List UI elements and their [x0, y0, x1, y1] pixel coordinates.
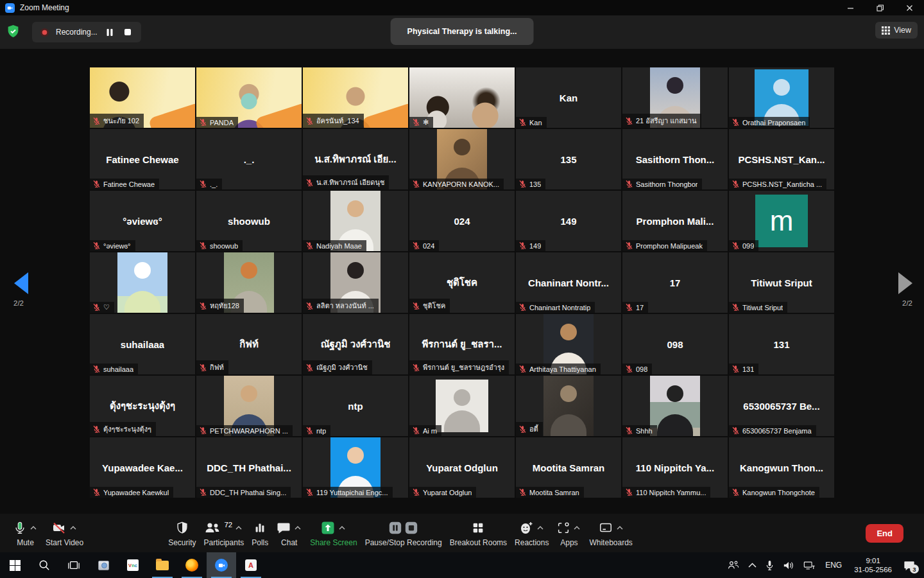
tray-volume-icon[interactable] — [778, 552, 799, 578]
language-indicator[interactable]: ENG — [819, 561, 848, 570]
reactions-chevron[interactable] — [536, 525, 545, 531]
taskbar-installer-app[interactable] — [89, 552, 118, 578]
participant-tile[interactable]: shoowub shoowub — [196, 191, 302, 251]
participant-tile[interactable]: °ǝviewɞ° °ǝviewɞ° — [90, 191, 195, 251]
pause-stop-recording-button[interactable]: Pause/Stop Recording — [361, 520, 446, 547]
stop-recording-button[interactable] — [122, 26, 133, 38]
participant-tile[interactable]: Kanogwun Thon... Kanogwun Thongchote — [729, 437, 834, 498]
participant-tile[interactable]: หฤทัย128 — [196, 252, 302, 313]
taskbar-file-explorer[interactable] — [148, 552, 177, 578]
share-screen-chevron[interactable] — [338, 525, 346, 531]
taskbar-clock[interactable]: 9:01 31-05-2566 — [848, 556, 898, 574]
participant-tile[interactable]: 135 135 — [516, 129, 621, 189]
meeting-info-shield-icon[interactable] — [6, 24, 20, 42]
participant-tile[interactable]: ลลิตา หลวงนันท์ ... — [303, 252, 408, 313]
participant-tile[interactable]: suhailaaa suhailaaa — [90, 314, 195, 374]
chat-chevron[interactable] — [293, 525, 302, 531]
taskbar-vnc-app[interactable]: Vnc — [118, 552, 148, 578]
participant-tile[interactable]: Titiwut Sriput Titiwut Sriput — [729, 252, 834, 313]
muted-mic-icon — [305, 179, 314, 187]
breakout-rooms-button[interactable]: Breakout Rooms — [446, 520, 511, 547]
participant-tile[interactable]: 110 Nippitch Ya... 110 Nippitch Yammu... — [622, 437, 728, 498]
participant-tile[interactable]: ✻ — [409, 67, 515, 128]
mute-options-chevron[interactable] — [29, 525, 38, 531]
tray-expand-chevron[interactable] — [744, 552, 761, 578]
participant-tile[interactable]: ชุติโชค ชุติโชค — [409, 252, 515, 313]
participant-tile[interactable]: 131 131 — [729, 314, 834, 374]
participant-tile[interactable]: Promphon Mali... Promphon Malipueak — [622, 191, 728, 251]
action-center-button[interactable]: 3 — [898, 552, 924, 578]
participant-tile[interactable]: Chaninart Nontr... Chaninart Nontratip — [516, 252, 621, 313]
participants-chevron[interactable] — [234, 525, 243, 531]
view-button[interactable]: View — [875, 22, 918, 39]
participant-tile[interactable]: ชนะภัย 102 — [90, 67, 195, 128]
participant-tile[interactable]: Arthitaya Thattiyanan — [516, 314, 621, 374]
whiteboards-button[interactable]: Whiteboards — [585, 520, 636, 547]
participant-tile[interactable]: DDC_TH Phathai... DDC_TH Phathai Sing... — [196, 437, 302, 498]
taskbar-firefox[interactable] — [177, 552, 207, 578]
reactions-button[interactable]: Reactions — [511, 520, 552, 547]
participant-tile[interactable]: Yupawadee Kae... Yupawadee Kaewkul — [90, 437, 195, 498]
participant-tile[interactable]: ♡ — [90, 252, 195, 313]
participant-tile[interactable]: PCSHS.NST_Kan... PCSHS.NST_Kanticha ... — [729, 129, 834, 189]
participant-tile[interactable]: อัครนันท์_134 — [303, 67, 408, 128]
muted-mic-icon — [518, 180, 527, 188]
participant-tile[interactable]: 6530065737 Be... 6530065737 Benjama — [729, 376, 834, 436]
participant-tile[interactable]: Kan Kan — [516, 67, 621, 128]
participant-tile[interactable]: Fatinee Chewae Fatinee Chewae — [90, 129, 195, 189]
participant-tile[interactable]: Yuparat Odglun Yuparat Odglun — [409, 437, 515, 498]
participant-tile[interactable]: น.ส.ทิพาภรณ์ เอีย... น.ส.ทิพาภรณ์ เอียดน… — [303, 129, 408, 189]
share-screen-button[interactable]: Share Screen — [306, 520, 361, 547]
participant-tile[interactable]: ตุ้งๆชะระนุงตุ้งๆ ตุ้งๆชะระนุงตุ้งๆ — [90, 376, 195, 436]
close-button[interactable] — [894, 0, 924, 15]
pause-recording-button[interactable] — [104, 26, 116, 38]
video-options-chevron[interactable] — [69, 525, 78, 531]
participants-button[interactable]: 72 Participants — [200, 520, 248, 547]
participant-tile[interactable]: ._. ._. — [196, 129, 302, 189]
whiteboards-chevron[interactable] — [615, 525, 624, 531]
minimize-button[interactable] — [835, 0, 865, 15]
polls-button[interactable]: Polls — [248, 520, 272, 547]
participant-label: KANYAPORN KANOK... — [409, 179, 504, 189]
taskbar-acrobat[interactable]: A — [236, 552, 266, 578]
participant-tile[interactable]: Orathai Praponsaen — [729, 67, 834, 128]
people-tray-icon[interactable] — [723, 552, 744, 578]
task-view-button[interactable] — [59, 552, 89, 578]
tray-network-icon[interactable] — [799, 552, 819, 578]
mute-button[interactable]: Mute — [9, 520, 42, 547]
participant-tile[interactable]: Mootita Samran Mootita Samran — [516, 437, 621, 498]
security-button[interactable]: Security — [164, 520, 200, 547]
chat-button[interactable]: Chat — [272, 520, 306, 547]
search-button[interactable] — [30, 552, 59, 578]
participant-tile[interactable]: พีรกานต์ ยู_ชลรา... พีรกานต์ ยู_ชลราษฎรอ… — [409, 314, 515, 374]
participant-tile[interactable]: 098 098 — [622, 314, 728, 374]
participant-tile[interactable]: ntp ntp — [303, 376, 408, 436]
participant-tile[interactable]: ณัฐภูมิ วงศ์วานิช ณัฐภูมิ วงศ์วานิช — [303, 314, 408, 374]
participant-tile[interactable]: PETCHWARAPHORN ... — [196, 376, 302, 436]
participant-tile[interactable]: Sasithorn Thon... Sasithorn Thongbor — [622, 129, 728, 189]
taskbar-zoom[interactable] — [207, 552, 236, 578]
start-video-button[interactable]: Start Video — [42, 520, 87, 547]
participant-tile[interactable]: 17 17 — [622, 252, 728, 313]
tray-microphone-icon[interactable] — [761, 552, 778, 578]
participant-tile[interactable]: Nadiyah Maae — [303, 191, 408, 251]
participant-tile[interactable]: Ai m — [409, 376, 515, 436]
restore-button[interactable] — [865, 0, 894, 15]
start-button[interactable] — [0, 552, 30, 578]
participant-tile[interactable]: 119 Yuttapichai Engc... — [303, 437, 408, 498]
next-page-arrow[interactable] — [898, 272, 912, 294]
apps-chevron[interactable] — [572, 525, 581, 531]
participant-tile[interactable]: Shhh — [622, 376, 728, 436]
participant-tile[interactable]: 024 024 — [409, 191, 515, 251]
end-meeting-button[interactable]: End — [866, 524, 903, 543]
participant-tile[interactable]: 149 149 — [516, 191, 621, 251]
participant-tile[interactable]: อตี้ — [516, 376, 621, 436]
participant-tile[interactable]: KANYAPORN KANOK... — [409, 129, 515, 189]
participant-tile[interactable]: m 099 — [729, 191, 834, 251]
participant-tile[interactable]: 21 อัสรีญา แกสมาน — [622, 67, 728, 128]
muted-mic-icon — [412, 363, 420, 372]
apps-button[interactable]: Apps — [552, 520, 585, 547]
previous-page-arrow[interactable] — [14, 272, 28, 294]
participant-tile[interactable]: PANDA — [196, 67, 302, 128]
participant-tile[interactable]: กิฟท์ กิฟท์ — [196, 314, 302, 374]
